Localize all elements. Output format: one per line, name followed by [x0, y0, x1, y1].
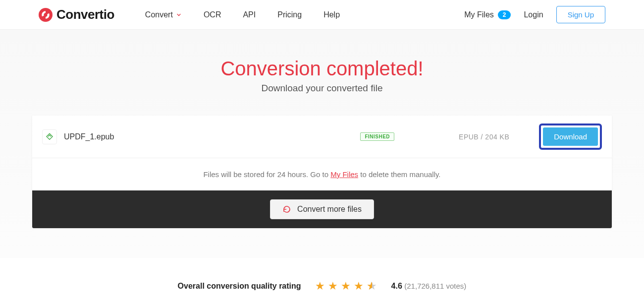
rating-label: Overall conversion quality rating: [178, 282, 301, 291]
download-button[interactable]: Download: [543, 127, 598, 146]
epub-file-icon: [45, 132, 54, 141]
file-name: UPDF_1.epub: [64, 132, 114, 141]
login-link[interactable]: Login: [524, 10, 543, 19]
svg-point-0: [39, 8, 53, 22]
page-subtitle: Download your converted file: [0, 83, 644, 94]
nav-convert[interactable]: Convert: [145, 10, 182, 19]
nav-api[interactable]: API: [243, 10, 256, 19]
nav-convert-label: Convert: [145, 10, 173, 19]
page-title: Conversion completed!: [0, 58, 644, 80]
rating-row: Overall conversion quality rating ★ ★ ★ …: [0, 280, 644, 293]
header-right: My Files 2 Login Sign Up: [464, 6, 605, 23]
status-badge: FINISHED: [360, 132, 394, 141]
nav-pricing[interactable]: Pricing: [277, 10, 302, 19]
storage-note: Files will be stored for 24 hours. Go to…: [32, 158, 612, 190]
star-icon: ★: [315, 280, 325, 293]
file-row: UPDF_1.epub FINISHED EPUB / 204 KB Downl…: [32, 116, 612, 158]
convert-more-bar: Convert more files: [32, 190, 612, 228]
signup-button[interactable]: Sign Up: [556, 6, 605, 23]
refresh-icon: [282, 205, 291, 214]
header-left: Convertio Convert OCR API Pricing Help: [39, 7, 340, 22]
my-files-link[interactable]: My Files 2: [464, 10, 511, 19]
star-icon: ★: [341, 280, 351, 293]
rating-value-group: 4.6 (21,726,811 votes): [391, 282, 467, 291]
logo[interactable]: Convertio: [39, 7, 114, 22]
rating-stars[interactable]: ★ ★ ★ ★ ★★: [315, 280, 377, 293]
convert-more-label: Convert more files: [297, 205, 362, 214]
rating-votes: (21,726,811 votes): [404, 282, 466, 290]
my-files-inline-link[interactable]: My Files: [330, 170, 358, 179]
file-format: EPUB: [459, 133, 479, 141]
star-icon: ★: [354, 280, 364, 293]
file-icon-wrap: [42, 129, 57, 144]
nav-help[interactable]: Help: [323, 10, 340, 19]
logo-text: Convertio: [56, 7, 114, 22]
convert-more-button[interactable]: Convert more files: [270, 199, 374, 219]
logo-icon: [39, 8, 53, 22]
result-card: UPDF_1.epub FINISHED EPUB / 204 KB Downl…: [32, 116, 612, 228]
file-size: 204 KB: [485, 133, 509, 141]
rating-section: Overall conversion quality rating ★ ★ ★ …: [0, 258, 644, 303]
star-icon: ★: [328, 280, 338, 293]
download-highlight: Download: [539, 123, 602, 150]
rating-value: 4.6: [391, 282, 402, 290]
site-header: Convertio Convert OCR API Pricing Help M…: [0, 0, 644, 30]
main-nav: Convert OCR API Pricing Help: [145, 10, 340, 19]
nav-ocr[interactable]: OCR: [204, 10, 221, 19]
note-prefix: Files will be stored for 24 hours. Go to: [203, 170, 330, 179]
my-files-count-badge: 2: [498, 10, 511, 19]
chevron-down-icon: [176, 12, 182, 18]
main-content: Conversion completed! Download your conv…: [0, 30, 644, 258]
my-files-label: My Files: [464, 10, 494, 19]
note-suffix: to delete them manually.: [358, 170, 440, 179]
file-meta: EPUB / 204 KB: [459, 133, 509, 141]
star-half-icon: ★★: [367, 280, 377, 293]
